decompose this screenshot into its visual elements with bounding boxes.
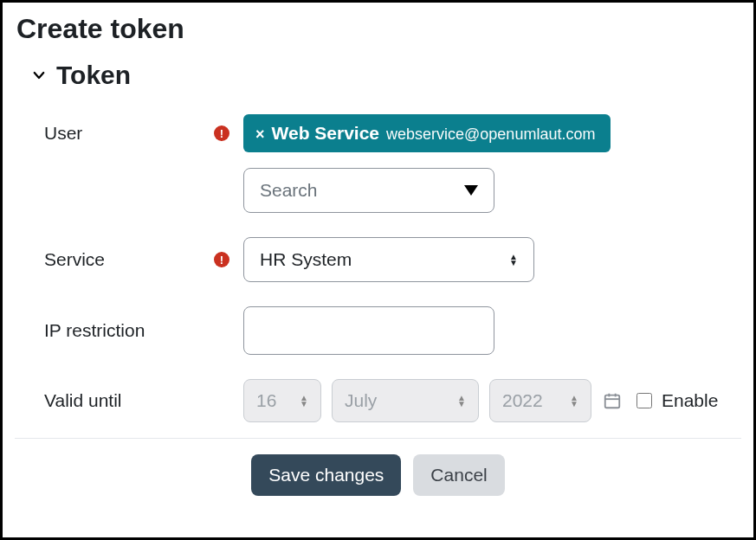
select-spinner-icon: ▲▼: [509, 254, 518, 266]
section-title: Token: [56, 61, 131, 90]
remove-user-icon[interactable]: ×: [255, 125, 265, 144]
save-button[interactable]: Save changes: [251, 454, 401, 496]
label-ip-restriction: IP restriction: [44, 320, 214, 341]
ip-restriction-input[interactable]: [243, 306, 494, 355]
required-icon: !: [214, 252, 229, 267]
page-title: Create token: [16, 13, 741, 45]
dropdown-icon: [464, 185, 478, 196]
section-toggle-token[interactable]: Token: [30, 61, 741, 90]
service-select[interactable]: HR System ▲▼: [243, 237, 534, 282]
create-token-form: Create token Token User ! × Web Service …: [0, 0, 756, 540]
label-service: Service: [44, 249, 214, 270]
valid-until-day-select[interactable]: 16 ▲▼: [243, 379, 321, 422]
select-spinner-icon: ▲▼: [457, 395, 466, 407]
valid-until-enable[interactable]: Enable: [633, 390, 718, 411]
chevron-down-icon: [30, 67, 48, 84]
row-service: Service ! HR System ▲▼: [44, 237, 741, 282]
calendar-icon[interactable]: [602, 390, 623, 411]
select-spinner-icon: ▲▼: [570, 395, 578, 407]
valid-until-month-select[interactable]: July ▲▼: [332, 379, 479, 422]
form-body: User ! × Web Service webservice@openumla…: [15, 114, 741, 422]
user-chip[interactable]: × Web Service webservice@openumlaut.com: [243, 114, 611, 152]
valid-until-enable-label: Enable: [662, 390, 718, 411]
valid-until-day-value: 16: [256, 390, 276, 411]
row-user: User ! × Web Service webservice@openumla…: [44, 114, 741, 152]
service-value: HR System: [260, 249, 352, 270]
cancel-button[interactable]: Cancel: [413, 454, 504, 496]
row-valid-until: Valid until 16 ▲▼ July ▲▼ 2022 ▲▼: [44, 379, 741, 422]
divider: [15, 438, 741, 439]
valid-until-year-value: 2022: [502, 390, 543, 411]
valid-until-enable-checkbox[interactable]: [636, 393, 652, 408]
label-valid-until: Valid until: [44, 390, 214, 411]
label-user: User: [44, 123, 214, 144]
valid-until-year-select[interactable]: 2022 ▲▼: [489, 379, 591, 422]
select-spinner-icon: ▲▼: [300, 395, 308, 407]
row-user-search: Search: [44, 168, 741, 213]
user-chip-email: webservice@openumlaut.com: [386, 125, 595, 144]
valid-until-month-value: July: [345, 390, 377, 411]
user-search-placeholder: Search: [260, 180, 318, 201]
user-chip-name: Web Service: [272, 123, 380, 144]
row-ip-restriction: IP restriction: [44, 306, 741, 355]
svg-rect-0: [605, 395, 620, 408]
user-search-combo[interactable]: Search: [243, 168, 494, 213]
form-actions: Save changes Cancel: [15, 454, 741, 496]
required-icon: !: [214, 125, 229, 141]
